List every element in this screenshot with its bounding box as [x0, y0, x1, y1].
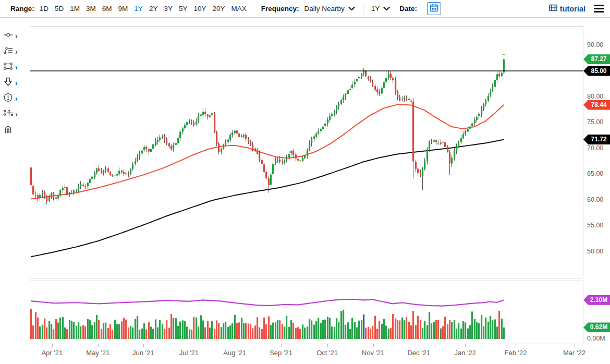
price-tick-label: 75.00 [587, 118, 603, 126]
hamburger-menu-icon[interactable] [594, 5, 604, 13]
month-label: Jul '21 [170, 349, 207, 357]
month-label: May '21 [80, 349, 116, 357]
month-tick [373, 344, 374, 347]
magnet-tool[interactable] [3, 123, 24, 137]
price-tick-label: 60.00 [587, 196, 603, 203]
month-label: Jun '21 [125, 349, 162, 357]
price-tick-label: 90.00 [587, 41, 603, 48]
frequency-label: Frequency: [261, 5, 299, 13]
range-option-9m[interactable]: 9M [118, 5, 128, 13]
price-tick-label: 50.00 [587, 248, 603, 255]
month-tick [143, 344, 144, 347]
range-option-6m[interactable]: 6M [102, 5, 112, 13]
slow-ma-badge: 71.72 [583, 135, 610, 144]
month-tick [281, 344, 282, 347]
tutorial-label: tutorial [560, 5, 585, 13]
chevron-right-icon: › [15, 79, 18, 87]
chevron-right-icon: › [15, 32, 18, 40]
arrow-tool[interactable]: › [3, 76, 24, 90]
range-option-1m[interactable]: 1M [70, 5, 80, 13]
levels-icon [3, 108, 13, 120]
charting-app: Range: 1D5D1M3M6M9M1Y2Y3Y5Y10Y20YMAX Fre… [0, 0, 610, 364]
horizontal-line-badge: 85.00 [583, 66, 610, 76]
date-picker-button[interactable] [427, 2, 441, 15]
month-label: Apr '21 [34, 349, 70, 357]
month-label: Oct '21 [309, 349, 346, 357]
month-label: Feb '22 [497, 349, 534, 357]
film-icon [549, 4, 557, 13]
month-tick [98, 344, 99, 347]
fast-ma-badge: 78.44 [583, 100, 610, 110]
number-label-tool[interactable]: 1› [3, 92, 24, 105]
month-tick [52, 344, 53, 347]
month-tick [327, 344, 328, 347]
month-tick [189, 344, 189, 347]
range-option-5d[interactable]: 5D [55, 5, 64, 13]
frequency-dropdown[interactable]: Daily Nearby [304, 5, 355, 13]
date-label: Date: [399, 5, 417, 13]
frequency-value: Daily Nearby [304, 5, 345, 13]
range-option-3y[interactable]: 3Y [164, 5, 173, 13]
toolbar-divider [363, 3, 363, 15]
tutorial-link[interactable]: tutorial [549, 4, 585, 13]
candlestick-chart-canvas[interactable] [30, 27, 583, 278]
month-label: Nov '21 [355, 349, 392, 357]
month-label: Jan '22 [447, 349, 483, 357]
month-tick [465, 344, 466, 347]
chevron-right-icon: › [15, 111, 18, 118]
range-option-20y[interactable]: 20Y [212, 5, 225, 13]
range-option-10y[interactable]: 10Y [193, 5, 206, 13]
chevron-right-icon: › [15, 48, 18, 55]
calendar-icon [430, 4, 438, 14]
range-option-max[interactable]: MAX [231, 5, 246, 13]
trendline-icon [3, 30, 13, 42]
month-label: Mar '22 [556, 349, 593, 357]
month-label: Aug '21 [216, 349, 253, 357]
annotation-tool[interactable]: › [3, 45, 24, 58]
range-options: 1D5D1M3M6M9M1Y2Y3Y5Y10Y20YMAX [40, 5, 253, 13]
range-option-1d[interactable]: 1D [40, 5, 48, 13]
range-option-5y[interactable]: 5Y [179, 5, 188, 13]
chevron-right-icon: › [15, 64, 18, 71]
rectangle-icon [3, 62, 13, 73]
month-tick [516, 344, 516, 347]
price-tick-label: 80.00 [587, 93, 603, 100]
avg-volume-badge: 2.10M [583, 295, 610, 305]
range-option-1y[interactable]: 1Y [134, 5, 143, 13]
month-tick [419, 344, 419, 347]
range-label: Range: [10, 5, 34, 13]
period-value: 1Y [371, 5, 380, 13]
volume-zero-label: 0.00M [587, 335, 605, 342]
measure-tool[interactable]: › [3, 107, 24, 121]
volume-chart-canvas[interactable] [30, 281, 583, 344]
arrow-down-icon [3, 77, 13, 89]
svg-text:1: 1 [7, 95, 10, 101]
range-option-3m[interactable]: 3M [86, 5, 96, 13]
shape-tool[interactable]: › [3, 60, 24, 74]
price-tick-label: 65.00 [587, 170, 603, 177]
chevron-down-icon [383, 6, 390, 11]
last-volume-badge: 0.62M [583, 322, 610, 332]
month-tick [235, 344, 235, 347]
last-price-badge: 87.27 [583, 54, 610, 64]
chevron-right-icon: › [15, 95, 18, 102]
trendline-tool[interactable]: › [3, 29, 24, 43]
range-option-2y[interactable]: 2Y [149, 5, 158, 13]
circled-one-icon: 1 [3, 93, 13, 104]
month-tick [575, 344, 575, 347]
month-label: Sep '21 [263, 349, 299, 357]
period-dropdown[interactable]: 1Y [371, 5, 391, 13]
price-tick-label: 55.00 [587, 222, 603, 229]
chevron-down-icon [348, 6, 355, 11]
magnet-icon [3, 124, 13, 136]
toolbar: Range: 1D5D1M3M6M9M1Y2Y3Y5Y10Y20YMAX Fre… [0, 0, 610, 18]
month-label: Dec '21 [400, 349, 437, 357]
drawing-tools-sidebar: ››››1›› [0, 18, 25, 364]
price-tick-label: 70.00 [587, 144, 603, 152]
notes-icon [3, 46, 13, 57]
